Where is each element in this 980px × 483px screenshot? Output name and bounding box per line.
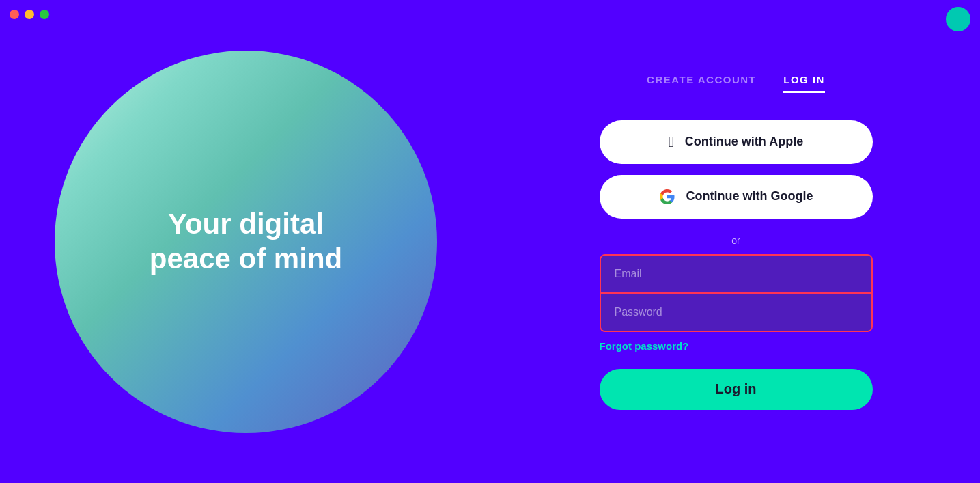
hero-text-line1: Your digital [168, 208, 324, 240]
traffic-light-red[interactable] [10, 10, 19, 19]
avatar[interactable] [946, 7, 970, 31]
or-divider: or [731, 235, 740, 246]
tab-log-in[interactable]: LOG IN [783, 74, 825, 93]
forgot-password-container: Forgot password? [600, 340, 873, 353]
password-field[interactable] [601, 294, 871, 331]
hero-text: Your digital peace of mind [136, 193, 356, 290]
hero-circle: Your digital peace of mind [55, 51, 437, 433]
forgot-password-link[interactable]: Forgot password? [600, 340, 689, 352]
traffic-light-green[interactable] [40, 10, 49, 19]
traffic-lights [10, 10, 49, 19]
right-panel: CREATE ACCOUNT LOG IN  Continue with Ap… [492, 0, 980, 483]
apple-button-label: Continue with Apple [685, 135, 803, 149]
apple-icon:  [669, 135, 674, 150]
login-button[interactable]: Log in [600, 369, 873, 410]
left-panel: Your digital peace of mind [0, 0, 492, 483]
hero-text-line2: peace of mind [150, 243, 342, 275]
google-icon [659, 189, 675, 205]
google-button-label: Continue with Google [686, 189, 813, 204]
auth-tabs: CREATE ACCOUNT LOG IN [647, 74, 825, 93]
traffic-light-yellow[interactable] [25, 10, 34, 19]
email-field[interactable] [601, 256, 871, 294]
login-form [600, 254, 873, 332]
apple-login-button[interactable]:  Continue with Apple [600, 120, 873, 164]
tab-create-account[interactable]: CREATE ACCOUNT [647, 74, 756, 92]
google-login-button[interactable]: Continue with Google [600, 175, 873, 219]
